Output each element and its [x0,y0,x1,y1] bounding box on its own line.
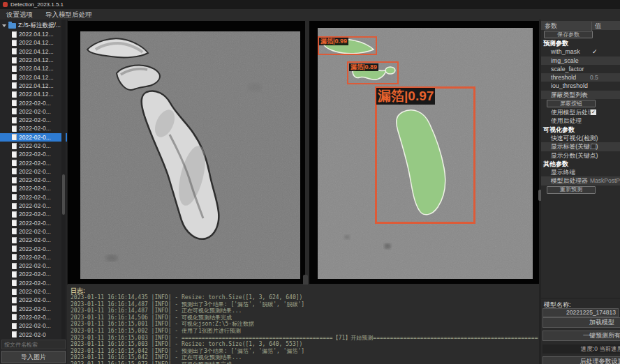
file-icon [12,40,17,46]
tree-item[interactable]: 2022-02-0... [0,184,67,192]
chevron-down-icon[interactable] [2,24,6,27]
file-icon [12,280,17,286]
tree-item[interactable]: 2022.04.12... [0,64,67,73]
tree-item[interactable]: 2022-02-0... [0,321,67,330]
tree-item[interactable]: 2022-02-0 [0,330,67,338]
tree-item-label: 2022.04.12... [19,74,54,81]
detection-label: 漏箔|0.99 [319,38,348,45]
param-row[interactable]: scale_factor [541,65,620,73]
tree-item[interactable]: 2022-02-0... [0,176,67,184]
load-model-button[interactable]: 加载模型 [542,317,620,328]
tree-item-label: 2022.04.12... [19,65,54,72]
file-icon [12,245,17,252]
menu-item-settings[interactable]: 设置选项 [0,9,39,20]
file-icon [12,228,17,234]
param-row[interactable]: 快速可视化(检测) [541,134,620,142]
tree-item[interactable]: 2022-02-0... [0,287,67,296]
tree-item-label: 2022.04.12... [19,82,54,89]
tree-item[interactable]: 2022-02-0... [0,150,67,158]
log-panel[interactable]: 日志: 2023-01-11 16:16:14,435 |INFO| - Res… [67,285,539,364]
menu-item-import-postprocess[interactable]: 导入模型后处理 [39,9,98,20]
param-row[interactable]: img_scale [541,56,620,65]
param-row[interactable]: 使用后处理 [541,116,620,125]
tree-item[interactable]: 2022-02-0... [0,107,67,116]
file-icon [12,100,17,106]
tree-item[interactable]: 2022.04.12... [0,90,67,98]
prediction-image[interactable]: 漏箔|0.99漏箔|0.89漏箔|0.97 [318,28,533,279]
tree-item[interactable]: 2022.04.12... [0,82,67,90]
tree-item[interactable]: 2022-02-0... [0,210,67,218]
param-row[interactable]: 显示分数(关键点) [541,151,620,160]
prediction-image-panel: 漏箔|0.99漏箔|0.89漏箔|0.97 [309,21,539,284]
tree-item[interactable]: 2022-02-0... [0,227,67,236]
tree-item[interactable]: 2022-02-0... [0,142,67,150]
tree-root-folder[interactable]: Z:/5-标注数据/... [0,21,61,30]
param-label: 屏蔽类型列表 [551,91,588,98]
tree-item[interactable]: 2022-02-0... [0,296,67,304]
param-row[interactable]: 模型后处理器MaskPostPro [541,176,620,185]
tree-item[interactable]: 2022-02-0... [0,253,67,261]
tree-item[interactable]: 2022.04.12... [0,56,67,64]
checkbox-checked[interactable]: ✓ [591,109,596,115]
tree-item[interactable]: 2022-02-0... [0,244,67,252]
tree-scrollbar-thumb[interactable] [62,174,65,215]
tree-item[interactable]: 2022-02-0... [0,193,67,202]
param-row[interactable]: 显示标签(关键点) [541,142,620,151]
param-button[interactable]: 重新预测 [547,186,596,194]
tree-item[interactable]: 2022-02-0... [0,116,67,124]
file-icon [12,263,17,269]
tree-item-label: 2022-02-0... [19,211,51,218]
tree-item[interactable]: 2022-02-0... [0,158,67,167]
tree-scrollbar[interactable] [61,20,66,339]
file-icon [12,289,17,295]
tree-item[interactable]: 2022-02-0... [0,98,67,107]
postprocess-settings-button[interactable]: 后处理参数设置 [542,356,620,364]
param-row[interactable]: threshold0.5 [541,73,620,82]
file-icon [12,31,17,38]
import-image-button[interactable]: 导入图片 [1,351,66,363]
predict-all-button[interactable]: 一键预测所有 [542,331,620,341]
tree-item[interactable]: 2022-02-0... [0,202,67,210]
param-button[interactable]: 保存参数 [544,31,593,38]
tree-item[interactable]: 2022-02-0... [0,270,67,278]
tree-item[interactable]: 2022-02-0... [0,124,67,132]
tree-item[interactable]: 2022-02-0... [0,305,67,313]
tree-item-label: 2022-02-0... [19,185,51,192]
tree-item[interactable]: 2022.04.12... [0,38,67,47]
checkbox-empty[interactable] [591,144,596,149]
original-image[interactable] [80,31,300,279]
param-label: 模型后处理器 [551,177,588,184]
file-icon [12,117,17,123]
tree-item[interactable]: 2022-02-0... [0,279,67,287]
model-name-field[interactable]: 20221225_174813 [542,308,619,317]
param-row[interactable]: iou_threshold [541,82,620,90]
tree-item[interactable]: 2022.04.12... [0,30,67,38]
tree-item[interactable]: 2022-02-0... [0,167,67,176]
tree-item-label: 2022-02-0... [19,108,51,115]
params-header: 参数 值 [541,21,620,31]
param-label: 使用模型后处理 [551,109,594,116]
param-label: iou_threshold [551,82,588,89]
tree-item[interactable]: 2022-02-0... [0,219,67,227]
detection-label: 漏箔|0.97 [376,88,435,105]
log-line: 2023-01-11 16:16:15,042 |INFO| - 预测出了3个结… [71,348,538,355]
param-row[interactable]: 显示终端 [541,168,620,176]
log-line: 2023-01-11 16:16:14,487 |INFO| - 正在可视化预测… [71,308,538,314]
tree-item[interactable]: 2022-02-0... [0,261,67,270]
tree-item-label: 2022-02-0... [19,194,51,201]
tree-item[interactable]: 2022.04.12... [0,47,67,56]
tree-item-label: 2022-02-0... [19,288,51,295]
param-row[interactable]: 使用模型后处理✓ [541,108,620,116]
param-row[interactable]: with_mask✓ [541,47,620,56]
tree-item[interactable]: 2022-02-0... [0,133,67,142]
param-button-row: 屏蔽按钮 [541,99,620,108]
filename-search-input[interactable] [1,340,66,349]
param-row[interactable]: 屏蔽类型列表 [541,91,620,99]
tree-item-label: 2022.04.12... [19,48,54,55]
tree-item[interactable]: 2022.04.12... [0,73,67,81]
tree-item[interactable]: 2022-02-0... [0,236,67,244]
tree-item[interactable]: 2022-02-0... [0,313,67,321]
file-icon [12,314,17,320]
param-label: img_scale [551,57,579,64]
param-button[interactable]: 屏蔽按钮 [547,100,596,107]
